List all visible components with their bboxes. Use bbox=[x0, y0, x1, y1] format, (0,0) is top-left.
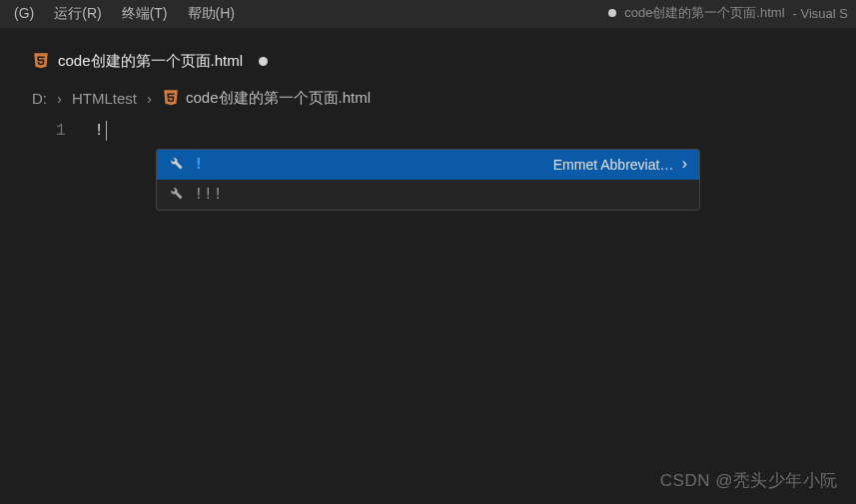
editor-area[interactable]: 1 ! ! Emmet Abbreviat… › !!! bbox=[24, 119, 856, 498]
menubar: (G) 运行(R) 终端(T) 帮助(H) code创建的第一个页面.html … bbox=[0, 0, 856, 28]
menu-item-run[interactable]: 运行(R) bbox=[44, 3, 111, 25]
suggest-label: !!! bbox=[194, 186, 223, 204]
chevron-right-icon: › bbox=[147, 90, 152, 107]
suggest-detail: Emmet Abbreviat… bbox=[553, 157, 674, 173]
menu-item-help[interactable]: 帮助(H) bbox=[178, 3, 245, 25]
bc-folder[interactable]: HTMLtest bbox=[72, 90, 137, 107]
wrench-icon bbox=[167, 154, 184, 176]
dirty-indicator-icon bbox=[608, 9, 616, 17]
menu-item-g[interactable]: (G) bbox=[4, 3, 44, 25]
menu-item-terminal[interactable]: 终端(T) bbox=[112, 3, 178, 25]
suggest-label: ! bbox=[194, 156, 204, 174]
suggest-item[interactable]: ! Emmet Abbreviat… › bbox=[157, 150, 699, 180]
tab-label: code创建的第一个页面.html bbox=[58, 52, 243, 71]
title-file: code创建的第一个页面.html bbox=[624, 4, 784, 22]
line-number: 1 bbox=[24, 119, 94, 143]
dirty-dot-icon bbox=[259, 57, 268, 66]
wrench-icon bbox=[167, 184, 184, 206]
window-title: code创建的第一个页面.html - Visual S bbox=[608, 4, 848, 22]
watermark: CSDN @秃头少年小阮 bbox=[660, 469, 838, 492]
suggest-item[interactable]: !!! bbox=[157, 180, 699, 210]
suggest-widget[interactable]: ! Emmet Abbreviat… › !!! bbox=[156, 149, 700, 211]
chevron-right-icon[interactable]: › bbox=[679, 156, 689, 174]
html-file-icon bbox=[32, 51, 50, 72]
bc-drive[interactable]: D: bbox=[32, 90, 47, 107]
code-line-1: ! bbox=[94, 119, 107, 143]
bc-file[interactable]: code创建的第一个页面.html bbox=[162, 88, 371, 109]
tab-active-file[interactable]: code创建的第一个页面.html bbox=[24, 44, 282, 78]
breadcrumb[interactable]: D: › HTMLtest › code创建的第一个页面.html bbox=[24, 80, 856, 119]
text-cursor-icon bbox=[106, 121, 107, 141]
title-app: - Visual S bbox=[793, 6, 848, 21]
tab-bar: code创建的第一个页面.html bbox=[24, 42, 856, 80]
chevron-right-icon: › bbox=[57, 90, 62, 107]
html-file-icon bbox=[162, 88, 180, 109]
